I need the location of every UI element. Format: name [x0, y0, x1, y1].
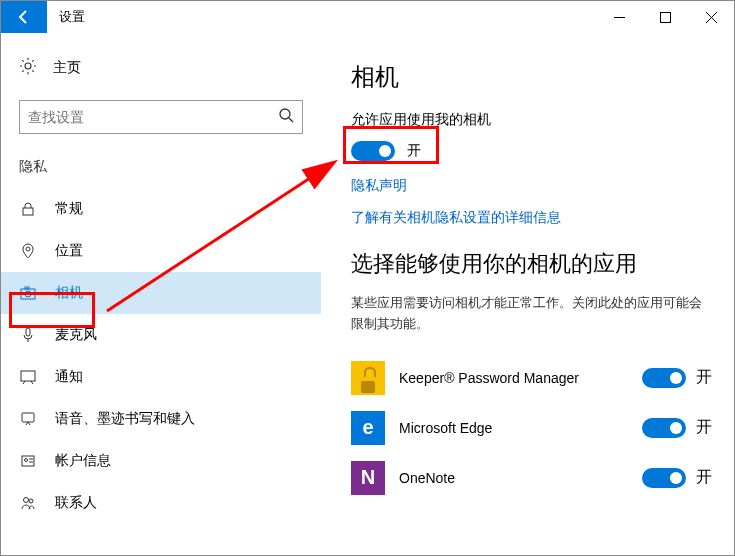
choose-apps-title: 选择能够使用你的相机的应用 [351, 249, 712, 279]
nav-label: 常规 [55, 200, 83, 218]
svg-rect-14 [22, 456, 34, 466]
app-name: Microsoft Edge [399, 420, 628, 436]
sidebar-item-general[interactable]: 常规 [1, 188, 321, 230]
svg-point-4 [280, 109, 290, 119]
app-toggle-onenote[interactable] [642, 468, 686, 488]
sidebar-item-notifications[interactable]: 通知 [1, 356, 321, 398]
svg-rect-12 [21, 371, 35, 381]
home-nav[interactable]: 主页 [1, 49, 321, 86]
nav-label: 麦克风 [55, 326, 97, 344]
app-icon-onenote: N [351, 461, 385, 495]
page-title: 相机 [351, 61, 712, 93]
app-toggle-state: 开 [696, 467, 712, 488]
app-row: Keeper® Password Manager 开 [351, 353, 712, 403]
search-input-container[interactable] [19, 100, 303, 134]
microphone-icon [19, 326, 37, 344]
app-name: Keeper® Password Manager [399, 370, 628, 386]
choose-apps-desc: 某些应用需要访问相机才能正常工作。关闭此处的应用可能会限制其功能。 [351, 293, 712, 335]
app-toggle-state: 开 [696, 417, 712, 438]
camera-icon [19, 284, 37, 302]
minimize-button[interactable] [596, 1, 642, 33]
nav-label: 帐户信息 [55, 452, 111, 470]
window-title: 设置 [47, 1, 596, 33]
sidebar-item-contacts[interactable]: 联系人 [1, 482, 321, 524]
gear-icon [19, 57, 37, 78]
nav-label: 相机 [55, 284, 83, 302]
sidebar-item-speech[interactable]: 语音、墨迹书写和键入 [1, 398, 321, 440]
lock-icon [19, 200, 37, 218]
svg-rect-13 [22, 413, 34, 422]
privacy-statement-link[interactable]: 隐私声明 [351, 177, 712, 195]
sidebar-item-microphone[interactable]: 麦克风 [1, 314, 321, 356]
toggle-state-label: 开 [407, 142, 421, 160]
nav-label: 通知 [55, 368, 83, 386]
nav-label: 位置 [55, 242, 83, 260]
sidebar: 主页 隐私 常规 位置 相机 麦克风 通知 语音、墨迹书写和键入 [1, 33, 321, 555]
nav-label: 联系人 [55, 494, 97, 512]
sidebar-item-location[interactable]: 位置 [1, 230, 321, 272]
svg-rect-11 [26, 328, 30, 336]
svg-point-15 [25, 459, 28, 462]
camera-master-toggle[interactable] [351, 141, 395, 161]
allow-apps-label: 允许应用使用我的相机 [351, 111, 712, 129]
sidebar-item-camera[interactable]: 相机 [1, 272, 321, 314]
app-toggle-state: 开 [696, 367, 712, 388]
svg-line-5 [289, 118, 293, 122]
svg-point-9 [25, 291, 31, 297]
nav-label: 语音、墨迹书写和键入 [55, 410, 195, 428]
svg-rect-1 [660, 12, 670, 22]
main-content: 相机 允许应用使用我的相机 开 隐私声明 了解有关相机隐私设置的详细信息 选择能… [321, 33, 734, 555]
svg-point-18 [24, 498, 29, 503]
account-icon [19, 452, 37, 470]
learn-more-link[interactable]: 了解有关相机隐私设置的详细信息 [351, 209, 712, 227]
app-row: N OneNote 开 [351, 453, 712, 503]
svg-point-19 [29, 499, 33, 503]
search-icon [278, 107, 294, 127]
section-label: 隐私 [1, 152, 321, 188]
home-label: 主页 [53, 59, 81, 77]
maximize-button[interactable] [642, 1, 688, 33]
back-button[interactable] [1, 1, 47, 33]
close-button[interactable] [688, 1, 734, 33]
svg-rect-10 [25, 287, 29, 289]
speech-icon [19, 410, 37, 428]
app-icon-keeper [351, 361, 385, 395]
sidebar-item-account[interactable]: 帐户信息 [1, 440, 321, 482]
svg-rect-6 [23, 208, 33, 215]
location-icon [19, 242, 37, 260]
app-row: e Microsoft Edge 开 [351, 403, 712, 453]
notification-icon [19, 368, 37, 386]
app-toggle-keeper[interactable] [642, 368, 686, 388]
contacts-icon [19, 494, 37, 512]
app-icon-edge: e [351, 411, 385, 445]
svg-point-7 [26, 247, 30, 251]
app-toggle-edge[interactable] [642, 418, 686, 438]
search-input[interactable] [28, 109, 278, 125]
app-name: OneNote [399, 470, 628, 486]
